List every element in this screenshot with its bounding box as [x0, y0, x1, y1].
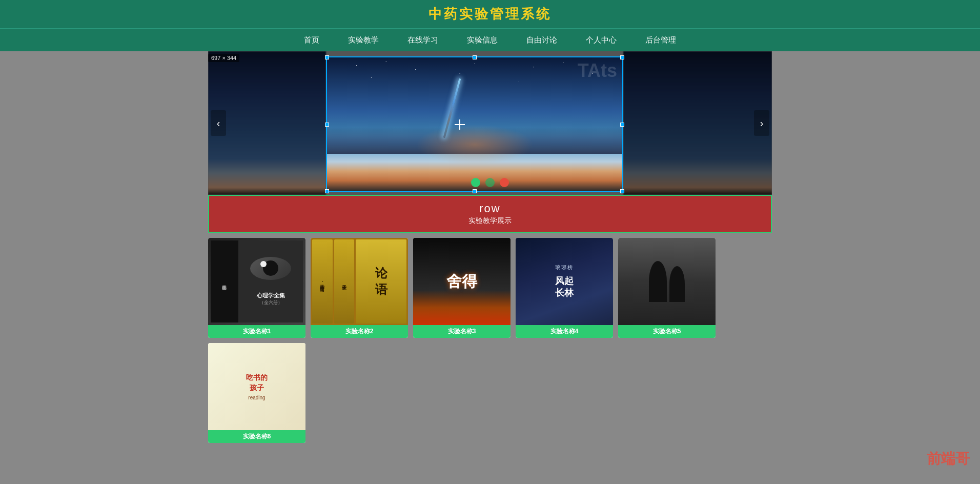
- site-header: 中药实验管理系统: [0, 0, 980, 28]
- site-title: 中药实验管理系统: [428, 5, 552, 23]
- carousel-bg-right: [623, 51, 772, 195]
- book-card-1[interactable]: 心理学全集 心理学全集 （全六册）: [208, 238, 305, 338]
- nav-personal[interactable]: 个人中心: [582, 33, 621, 47]
- watermark: 前端哥: [927, 449, 970, 469]
- book-card-4[interactable]: 琅琊榜 风起长林 实验名称4: [516, 238, 613, 338]
- book6-title: 吃书的孩子: [246, 373, 268, 393]
- carousel-next-button[interactable]: ›: [754, 110, 769, 136]
- nav-info[interactable]: 实验信息: [463, 33, 502, 47]
- book-cover-1: 心理学全集 心理学全集 （全六册）: [208, 238, 305, 325]
- book-cover-4: 琅琊榜 风起长林: [516, 238, 613, 325]
- handle-top-left[interactable]: [325, 55, 329, 59]
- book-label-6: 实验名称6: [208, 430, 305, 443]
- book2-spine1: 大学·中庸: [312, 239, 333, 324]
- handle-bottom-middle[interactable]: [473, 189, 477, 193]
- book-label-2: 实验名称2: [311, 325, 408, 338]
- book4-subtitle: 琅琊榜: [555, 264, 574, 271]
- handle-bottom-right[interactable]: [620, 189, 624, 193]
- banner-text-top: row: [479, 202, 500, 215]
- book1-title-text: 心理学全集 （全六册）: [257, 292, 285, 306]
- books-row2: 吃书的孩子 reading 实验名称6: [208, 343, 772, 443]
- book4-title-text: 风起长林: [555, 275, 574, 299]
- handle-top-right[interactable]: [620, 55, 624, 59]
- book-cover-2: 大学·中庸 孟子 论语: [311, 238, 408, 325]
- nav-admin[interactable]: 后台管理: [641, 33, 680, 47]
- handle-top-middle[interactable]: [473, 55, 477, 59]
- handle-bottom-left[interactable]: [325, 189, 329, 193]
- book-label-5: 实验名称5: [618, 325, 716, 338]
- carousel-dots: [471, 178, 509, 187]
- carousel-image: TAts: [327, 57, 622, 191]
- book-label-3: 实验名称3: [413, 325, 511, 338]
- book-label-4: 实验名称4: [516, 325, 613, 338]
- book-label-1: 实验名称1: [208, 325, 305, 338]
- banner-text-bottom: 实验教学展示: [468, 216, 512, 226]
- carousel: 697 × 344 ‹ TAts: [208, 51, 772, 195]
- main-content: 697 × 344 ‹ TAts: [208, 51, 772, 443]
- navbar: 首页 实验教学 在线学习 实验信息 自由讨论 个人中心 后台管理: [0, 28, 980, 51]
- book2-main: 论语: [356, 239, 406, 324]
- books-section: 心理学全集 心理学全集 （全六册）: [208, 233, 772, 343]
- size-indicator: 697 × 344: [208, 54, 239, 62]
- nav-teaching[interactable]: 实验教学: [344, 33, 383, 47]
- handle-middle-right[interactable]: [620, 123, 624, 127]
- book1-eye-graphic: [250, 257, 291, 280]
- book-cover-5: [618, 238, 716, 325]
- book5-silhouette: [649, 261, 685, 302]
- book6-subtitle: reading: [248, 395, 265, 400]
- nav-discussion[interactable]: 自由讨论: [522, 33, 561, 47]
- book-card-3[interactable]: 舍得 实验名称3: [413, 238, 511, 338]
- book-card-2[interactable]: 大学·中庸 孟子 论语 实验名称2: [311, 238, 408, 338]
- book-cover-6: 吃书的孩子 reading: [208, 343, 305, 430]
- carousel-dot-2[interactable]: [485, 178, 495, 187]
- carousel-dot-3[interactable]: [500, 178, 509, 187]
- book-card-6[interactable]: 吃书的孩子 reading 实验名称6: [208, 343, 305, 443]
- book-cover-3: 舍得: [413, 238, 511, 325]
- book2-spine2: 孟子: [334, 239, 355, 324]
- book-card-5[interactable]: 实验名称5: [618, 238, 716, 338]
- tats-label: TAts: [578, 60, 617, 82]
- nav-home[interactable]: 首页: [300, 33, 323, 47]
- book3-title-text: 舍得: [446, 271, 477, 292]
- carousel-dot-1[interactable]: [471, 178, 480, 187]
- carousel-prev-button[interactable]: ‹: [211, 110, 226, 136]
- nav-learning[interactable]: 在线学习: [403, 33, 442, 47]
- carousel-selected-image[interactable]: TAts: [326, 56, 623, 192]
- handle-middle-left[interactable]: [325, 123, 329, 127]
- image-cloud: [327, 127, 622, 154]
- banner-strip: row 实验教学展示: [208, 195, 772, 233]
